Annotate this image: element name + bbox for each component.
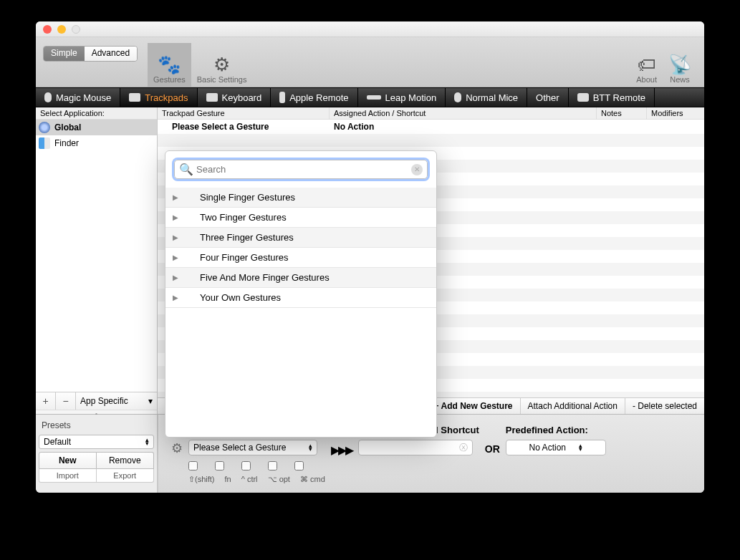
- trackpad-icon: [129, 93, 140, 102]
- mouse-icon: [44, 92, 52, 102]
- minimize-icon[interactable]: [57, 25, 66, 34]
- disclosure-icon: ▶: [173, 213, 187, 221]
- view-toggle: Simple Advanced: [43, 46, 138, 62]
- resize-handle[interactable]: •: [36, 410, 157, 414]
- disclosure-icon: ▶: [173, 274, 187, 281]
- tab-label: Basic Settings: [197, 75, 247, 84]
- sidebar-toolbar: + − App Specific▾: [36, 392, 157, 410]
- mod-opt-label: ⌥ opt: [268, 475, 290, 484]
- col-action[interactable]: Assigned Action / Shortcut: [330, 107, 597, 119]
- disclosure-icon: ▶: [173, 294, 187, 301]
- tag-icon: 🏷: [638, 55, 656, 74]
- tab-label: Gestures: [153, 75, 186, 84]
- gear-icon: ⚙: [213, 55, 230, 74]
- titlebar: [36, 21, 704, 37]
- stepper-icon: ▴▾: [309, 444, 312, 452]
- category-your-own[interactable]: ▶Your Own Gestures: [165, 288, 436, 308]
- app-window: Simple Advanced 🐾 Gestures ⚙ Basic Setti…: [36, 21, 704, 493]
- disclosure-icon: ▶: [173, 254, 187, 261]
- news-button[interactable]: 📡 News: [663, 43, 697, 87]
- add-app-button[interactable]: +: [36, 392, 56, 410]
- table-row[interactable]: Please Select a Gesture No Action: [158, 120, 704, 134]
- globe-icon: [39, 122, 50, 133]
- device-btt-remote[interactable]: BTT Remote: [569, 88, 655, 107]
- sidebar-item-finder[interactable]: Finder: [36, 135, 157, 151]
- disclosure-icon: ▶: [173, 233, 187, 241]
- sidebar-header: Select Application:: [36, 107, 157, 120]
- table-header: Trackpad Gesture Assigned Action / Short…: [158, 107, 704, 120]
- mod-ctrl-label: ^ ctrl: [241, 475, 258, 484]
- gesture-select[interactable]: Please Select a Gesture▴▾: [188, 440, 317, 455]
- predefined-title: Predefined Action:: [506, 425, 606, 435]
- view-simple-button[interactable]: Simple: [44, 47, 85, 61]
- tab-label: About: [636, 75, 657, 84]
- preset-select[interactable]: Default▴▾: [39, 435, 154, 449]
- mod-fn-label: fn: [225, 475, 231, 484]
- mod-opt-checkbox[interactable]: [268, 461, 277, 470]
- or-label: OR: [485, 443, 500, 455]
- about-button[interactable]: 🏷 About: [630, 43, 663, 87]
- category-five-plus-finger[interactable]: ▶Five And More Finger Gestures: [165, 268, 436, 288]
- paw-icon: 🐾: [158, 55, 181, 74]
- chevron-down-icon: ▾: [148, 396, 153, 406]
- tab-gestures[interactable]: 🐾 Gestures: [148, 43, 191, 87]
- tab-label: News: [670, 75, 690, 84]
- device-apple-remote[interactable]: Apple Remote: [271, 88, 357, 107]
- add-gesture-button[interactable]: + Add New Gesture: [426, 398, 520, 414]
- leap-icon: [367, 95, 381, 100]
- mod-fn-checkbox[interactable]: [215, 461, 224, 470]
- stepper-icon: ▴▾: [579, 444, 582, 452]
- tab-basic-settings[interactable]: ⚙ Basic Settings: [191, 43, 253, 87]
- search-input[interactable]: [196, 164, 411, 175]
- category-single-finger[interactable]: ▶Single Finger Gestures: [165, 188, 436, 208]
- cell-gesture: Please Select a Gesture: [158, 120, 330, 134]
- remote-icon: [279, 92, 285, 103]
- app-specific-dropdown[interactable]: App Specific▾: [76, 392, 157, 410]
- device-keyboard[interactable]: Keyboard: [198, 88, 272, 107]
- search-field[interactable]: 🔍 ✕: [174, 160, 428, 179]
- device-normal-mice[interactable]: Normal Mice: [446, 88, 527, 107]
- new-preset-button[interactable]: New: [39, 452, 97, 469]
- gear-icon[interactable]: ⚙: [171, 440, 183, 456]
- remove-app-button[interactable]: −: [56, 392, 76, 410]
- device-leap-motion[interactable]: Leap Motion: [358, 88, 446, 107]
- disclosure-icon: ▶: [173, 193, 187, 201]
- device-magic-mouse[interactable]: Magic Mouse: [36, 88, 120, 107]
- col-mods[interactable]: Modifiers: [647, 107, 704, 119]
- device-trackpads[interactable]: Trackpads: [120, 88, 197, 107]
- kb-shortcut-input[interactable]: ⓧ: [358, 440, 473, 455]
- gesture-popover: 🔍 ✕ ▶Single Finger Gestures ▶Two Finger …: [165, 150, 437, 438]
- col-notes[interactable]: Notes: [597, 107, 647, 119]
- clear-icon[interactable]: ⓧ: [459, 442, 468, 454]
- close-icon[interactable]: [43, 25, 52, 34]
- import-button[interactable]: Import: [39, 469, 97, 483]
- gesture-category-list: ▶Single Finger Gestures ▶Two Finger Gest…: [165, 188, 436, 308]
- delete-selected-button[interactable]: - Delete selected: [625, 398, 704, 414]
- keyboard-icon: [206, 93, 218, 102]
- mod-cmd-label: ⌘ cmd: [300, 475, 325, 484]
- presets-label: Presets: [36, 419, 157, 432]
- broadcast-icon: 📡: [668, 55, 691, 74]
- view-advanced-button[interactable]: Advanced: [85, 47, 137, 61]
- category-two-finger[interactable]: ▶Two Finger Gestures: [165, 208, 436, 228]
- col-gesture[interactable]: Trackpad Gesture: [158, 107, 330, 119]
- mice-icon: [454, 92, 461, 102]
- device-other[interactable]: Other: [527, 88, 569, 107]
- mod-shift-checkbox[interactable]: [188, 461, 198, 470]
- mod-shift-label: ⇧(shift): [188, 475, 215, 484]
- sidebar: Select Application: Global Finder + − Ap…: [36, 107, 158, 414]
- bottom-sidebar: Presets Default▴▾ New Remove Import Expo…: [36, 415, 158, 493]
- predefined-action-select[interactable]: No Action▴▾: [506, 440, 606, 455]
- cell-action: No Action: [330, 120, 704, 134]
- maximize-icon[interactable]: [72, 25, 80, 34]
- remove-preset-button[interactable]: Remove: [97, 452, 155, 469]
- arrow-icon: ▶▶▶: [331, 443, 352, 457]
- sidebar-item-global[interactable]: Global: [36, 120, 157, 135]
- attach-action-button[interactable]: Attach Additional Action: [520, 398, 625, 414]
- category-three-finger[interactable]: ▶Three Finger Gestures: [165, 228, 436, 248]
- clear-search-icon[interactable]: ✕: [411, 164, 423, 175]
- mod-cmd-checkbox[interactable]: [294, 461, 304, 470]
- mod-ctrl-checkbox[interactable]: [241, 461, 251, 470]
- category-four-finger[interactable]: ▶Four Finger Gestures: [165, 248, 436, 268]
- export-button[interactable]: Export: [97, 469, 155, 483]
